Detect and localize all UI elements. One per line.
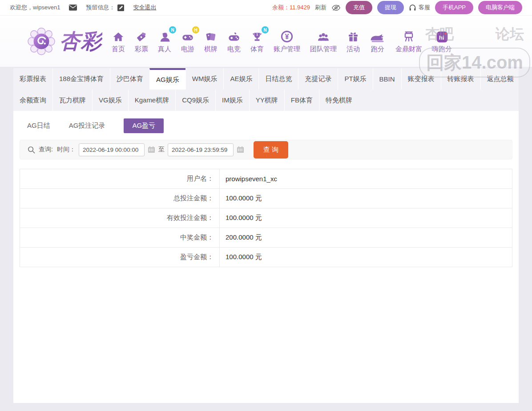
withdraw-button[interactable]: 提现 [377,1,404,14]
tab-shaba-sports[interactable]: 沙巴体育 [110,68,149,90]
header: 杏彩 首页 彩票 N 真人 H 电游 棋牌 电竞 N [0,16,532,67]
badge-h: H [192,26,199,33]
nav-item-live[interactable]: N 真人 [153,29,176,53]
reserved-info-label: 预留信息： [86,4,115,12]
welcome-text: 欢迎您，wipseven1 [10,4,60,12]
nav-item-hipaofen[interactable]: hi 嗨跑分 [427,29,457,53]
tab-transfer-report[interactable]: 转账报表 [441,68,480,90]
table-row: 盈亏金额： 100.0000 元 [20,248,512,267]
calendar-icon[interactable] [148,146,155,153]
nav-item-jinding[interactable]: 金鼎财富 [391,29,427,53]
headset-icon [409,4,416,11]
report-row-value: 100.0000 元 [220,208,512,228]
nav-item-egames[interactable]: H 电游 [176,29,199,53]
report-row-value: 100.0000 元 [220,189,512,208]
date-to-input[interactable] [168,143,234,156]
main-content: 彩票报表 188金宝博体育 沙巴体育 AG娱乐 WM娱乐 AE娱乐 日结总览 充… [0,67,532,403]
envelope-icon[interactable] [69,4,77,11]
tab-rebate-total[interactable]: 返点总额 [480,68,520,90]
table-row: 中奖金额： 200.0000 元 [20,228,512,248]
report-tabs-row2: 余额查询 瓦力棋牌 VG娱乐 Kgame棋牌 CQ9娱乐 IM娱乐 YY棋牌 F… [13,90,519,111]
nav-item-lottery[interactable]: 彩票 [130,29,153,53]
to-label: 至 [158,146,165,154]
refresh-link[interactable]: 刷新 [315,4,326,12]
tab-yy-chess[interactable]: YY棋牌 [249,90,284,111]
recharge-button[interactable]: 充值 [346,1,372,14]
tab-deposit-records[interactable]: 充提记录 [298,68,338,90]
svg-text:1: 1 [256,33,258,37]
tab-temian-chess[interactable]: 特免棋牌 [319,90,359,111]
nav-item-esports[interactable]: 电竞 [222,29,246,53]
report-row-label: 总投注金额： [20,189,220,208]
logo-text: 杏彩 [60,28,102,55]
tab-account-change[interactable]: 账变报表 [401,68,441,90]
customer-service-link[interactable]: 客服 [409,4,430,12]
table-row: 有效投注金额： 100.0000 元 [20,208,512,228]
date-from-input[interactable] [79,143,145,156]
search-icon [27,146,36,154]
balance-label: 余额： [272,4,290,11]
report-row-value: prowipseven1_xc [220,169,512,189]
ag-subtabs: AG日结 AG投注记录 AG盈亏 [20,118,512,133]
nav-item-team[interactable]: 团队管理 [305,29,342,53]
tab-bbin[interactable]: BBIN [373,68,401,90]
gift-icon [347,29,359,43]
badge-n: N [262,26,269,33]
svg-text:¥: ¥ [285,33,289,41]
svg-text:hi: hi [439,34,444,41]
nav-item-promo[interactable]: 活动 [342,29,365,53]
nav-item-home[interactable]: 首页 [107,29,130,53]
profit-report-table: 用户名： prowipseven1_xc 总投注金额： 100.0000 元 有… [20,169,512,267]
logout-link[interactable]: 安全退出 [133,4,156,12]
tab-balance-query[interactable]: 余额查询 [13,90,52,111]
tab-wm[interactable]: WM娱乐 [185,68,224,90]
tab-kgame[interactable]: Kgame棋牌 [128,90,176,111]
tab-vg[interactable]: VG娱乐 [92,90,128,111]
tab-ae[interactable]: AE娱乐 [223,68,258,90]
tab-188-sports[interactable]: 188金宝博体育 [52,68,110,90]
report-row-label: 中奖金额： [20,228,220,248]
query-button[interactable]: 查 询 [254,141,288,159]
pc-client-button[interactable]: 电脑客户端 [478,1,522,14]
service-label: 客服 [419,4,430,12]
report-row-label: 用户名： [20,169,220,189]
mobile-app-button[interactable]: 手机APP [435,1,473,14]
time-label: 时间： [57,146,76,154]
topbar: 欢迎您，wipseven1 预留信息： 安全退出 余额：11.9429 刷新 充… [0,0,532,16]
nav-item-paofen[interactable]: 跑分 [365,29,391,53]
nav-item-chess[interactable]: 棋牌 [199,29,222,53]
badge-n: N [169,26,176,33]
tab-ag[interactable]: AG娱乐 [149,68,185,90]
balance-value: 11.9429 [290,4,310,11]
nav-item-sports[interactable]: N 1 体育 [246,29,269,53]
rhino-icon [370,29,386,43]
tab-lottery-report[interactable]: 彩票报表 [13,68,52,90]
tab-cq9[interactable]: CQ9娱乐 [175,90,215,111]
table-row: 用户名： prowipseven1_xc [20,169,512,189]
subtab-ag-daily[interactable]: AG日结 [27,118,50,133]
tripod-icon [402,29,415,43]
logo[interactable]: 杏彩 [28,28,102,55]
ticket-icon [135,29,148,43]
tab-im[interactable]: IM娱乐 [215,90,249,111]
logo-flower-icon [28,28,55,55]
hi-icon: hi [436,29,448,43]
tab-fb-sports[interactable]: FB体育 [284,90,319,111]
coin-icon: ¥ [280,29,294,43]
tab-wali-chess[interactable]: 瓦力棋牌 [52,90,92,111]
tab-daily-summary[interactable]: 日结总览 [258,68,298,90]
tab-pt[interactable]: PT娱乐 [338,68,372,90]
edit-icon[interactable] [117,4,124,11]
nav-item-account[interactable]: ¥ 账户管理 [269,29,305,53]
eye-slash-icon[interactable] [331,4,341,11]
cards-icon [205,29,217,43]
main-nav: 首页 彩票 N 真人 H 电游 棋牌 电竞 N 1 体育 [107,29,457,53]
search-label: 查询: [39,146,53,154]
subtab-ag-profit[interactable]: AG盈亏 [124,118,164,133]
team-icon [317,29,330,43]
home-icon [112,29,125,43]
subtab-ag-bet-records[interactable]: AG投注记录 [69,118,105,133]
report-row-label: 有效投注金额： [20,208,220,228]
calendar-icon[interactable] [237,146,244,153]
report-card: AG日结 AG投注记录 AG盈亏 查询: 时间： 至 查 询 用户 [13,111,519,403]
